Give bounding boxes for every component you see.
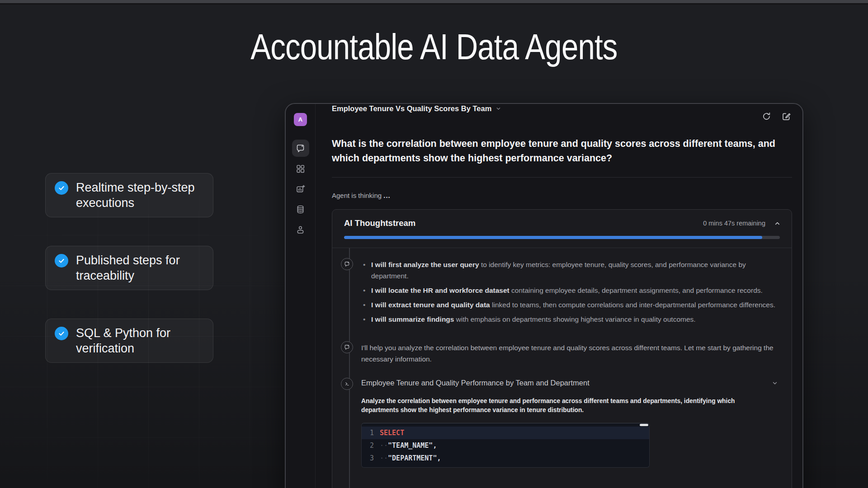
thoughtstream-header: AI Thoughtstream 0 mins 47s remaining [332, 210, 792, 234]
chart-add-icon [296, 184, 305, 194]
thoughtstream-title: AI Thoughtstream [344, 218, 703, 228]
feature-label: Realtime step-by-step executions [76, 180, 205, 211]
app-header: Employee Tenure Vs Quality Scores By Tea… [332, 104, 792, 113]
feature-card-published: Published steps for traceability [45, 246, 213, 290]
agent-message: I'll help you analyze the correlation be… [361, 342, 780, 365]
code-line: 1 SELECT [362, 427, 649, 439]
agent-status: Agent is thinking ... [332, 192, 792, 199]
terminal-icon [341, 378, 353, 390]
chevron-down-icon[interactable] [495, 106, 501, 112]
plan-step: I will first analyze the user query to i… [361, 259, 780, 282]
conversation-title[interactable]: Employee Tenure Vs Quality Scores By Tea… [332, 104, 491, 113]
thoughtstream-body: I will first analyze the user query to i… [332, 248, 792, 488]
line-number: 1 [362, 427, 380, 439]
app-sidebar: A [286, 104, 316, 488]
plan-step: I will summarize findings with emphasis … [361, 314, 780, 325]
tool-section-header[interactable]: Employee Tenure and Quality Performance … [361, 379, 780, 387]
feature-label: Published steps for traceability [76, 253, 205, 283]
user-question: What is the correlation between employee… [332, 137, 792, 165]
tool-section-title: Employee Tenure and Quality Performance … [361, 379, 772, 387]
plan-step: I will locate the HR and workforce datas… [361, 285, 780, 296]
check-circle-icon [55, 327, 68, 340]
sidebar-item-databases[interactable] [292, 201, 309, 218]
progress-bar [344, 236, 780, 239]
chat-bubble-icon [341, 341, 353, 353]
timeline-item-tool-call: Employee Tenure and Quality Performance … [332, 379, 780, 468]
thoughtstream-progress-fill [344, 236, 762, 239]
check-circle-icon [55, 181, 68, 195]
database-icon [296, 205, 305, 214]
page-title: Accountable AI Data Agents [0, 26, 868, 68]
agent-plan-steps: I will first analyze the user query to i… [361, 259, 780, 325]
feature-label: SQL & Python for verification [76, 325, 205, 356]
chevron-up-icon[interactable] [774, 220, 781, 227]
new-chat-edit-icon[interactable] [782, 112, 791, 121]
tool-description: Analyze the correlation between employee… [361, 397, 761, 415]
sidebar-item-chat[interactable] [292, 140, 309, 157]
plan-step: I will extract tenure and quality data l… [361, 299, 780, 310]
refresh-icon[interactable] [762, 112, 771, 121]
header-actions [762, 112, 791, 121]
chat-bubble-icon [341, 258, 353, 270]
check-circle-icon [55, 254, 68, 267]
dashboard-grid-icon [296, 164, 305, 174]
feature-list: Realtime step-by-step executions Publish… [45, 173, 213, 391]
feature-card-sql-python: SQL & Python for verification [45, 319, 213, 363]
scrollbar-thumb[interactable] [640, 424, 648, 426]
sidebar-nav [292, 140, 309, 238]
code-line: 2 ··"TEAM_NAME", [362, 439, 649, 452]
sql-code-block[interactable]: 1 SELECT 2 ··"TEAM_NAME", 3 ··"DEPARTMEN… [361, 423, 650, 468]
app-logo[interactable]: A [294, 113, 307, 126]
divider [332, 177, 792, 178]
top-strip [0, 0, 868, 5]
sidebar-item-account[interactable] [292, 221, 309, 238]
time-remaining: 0 mins 47s remaining [703, 220, 765, 227]
timeline-item-plan: I will first analyze the user query to i… [332, 259, 780, 328]
user-account-icon [296, 225, 305, 235]
sidebar-item-dashboards[interactable] [292, 160, 309, 177]
thoughtstream-panel: AI Thoughtstream 0 mins 47s remaining [332, 209, 792, 488]
chevron-down-icon[interactable] [772, 380, 778, 386]
app-window: A Employee Tenure Vs Quality Scores By T… [285, 103, 803, 488]
sidebar-item-new-analysis[interactable] [292, 180, 309, 197]
line-number: 2 [362, 439, 380, 452]
app-main: Employee Tenure Vs Quality Scores By Tea… [316, 104, 803, 488]
timeline-item-message: I'll help you analyze the correlation be… [332, 342, 780, 365]
feature-card-realtime: Realtime step-by-step executions [45, 173, 213, 217]
thinking-dots: ... [383, 192, 391, 199]
code-line: 3 ··"DEPARTMENT", [362, 452, 649, 465]
chat-bubble-icon [296, 144, 305, 153]
line-number: 3 [362, 452, 380, 465]
